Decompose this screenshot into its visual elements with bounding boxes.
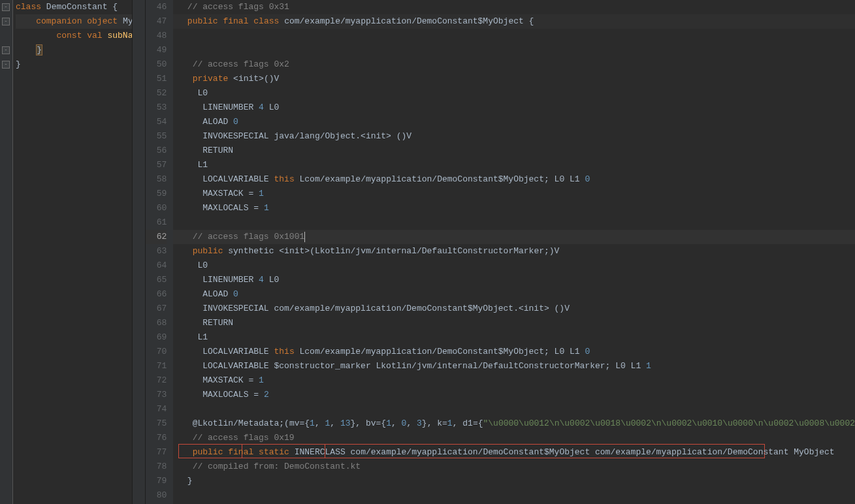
line-number: 68 (146, 316, 167, 330)
line-number: 58 (146, 172, 167, 187)
line-number: 53 (146, 101, 167, 115)
code-line[interactable]: } (16, 43, 132, 57)
left-gutter: ---- (0, 0, 13, 504)
code-line[interactable] (177, 488, 855, 503)
code-line[interactable]: L0 (177, 86, 855, 101)
line-number: 64 (146, 259, 167, 273)
code-line[interactable]: INVOKESPECIAL com/example/myapplication/… (177, 302, 855, 316)
code-line[interactable]: LINENUMBER 4 L0 (177, 273, 855, 287)
code-line[interactable]: RETURN (177, 144, 855, 158)
code-line[interactable] (177, 215, 855, 230)
line-number: 51 (146, 72, 167, 86)
code-line[interactable]: // access flags 0x19 (177, 431, 855, 445)
line-number: 62 (146, 230, 167, 244)
line-number: 54 (146, 115, 167, 129)
fold-icon[interactable]: - (2, 18, 10, 25)
left-editor[interactable]: ---- class DemoConstant { companion obje… (0, 0, 133, 504)
code-line[interactable]: } (177, 474, 855, 488)
line-number: 71 (146, 359, 167, 373)
left-code-area[interactable]: class DemoConstant { companion object My… (13, 0, 132, 72)
code-line[interactable]: // access flags 0x31 (177, 0, 855, 14)
right-editor[interactable]: 4647484950515253545556575859606162636465… (133, 0, 855, 504)
line-number-column: 4647484950515253545556575859606162636465… (146, 0, 173, 504)
right-gutter-margin (133, 0, 146, 504)
code-line[interactable]: MAXSTACK = 1 (177, 373, 855, 388)
code-line[interactable]: public final static INNERCLASS com/examp… (177, 445, 855, 460)
line-number: 78 (146, 460, 167, 474)
code-line[interactable]: L1 (177, 330, 855, 345)
line-number: 56 (146, 144, 167, 158)
code-line[interactable]: MAXSTACK = 1 (177, 187, 855, 201)
text-cursor (304, 232, 305, 242)
line-number: 50 (146, 57, 167, 72)
code-line[interactable]: const val subName = "" (16, 29, 132, 43)
line-number: 67 (146, 302, 167, 316)
line-number: 75 (146, 417, 167, 431)
code-line[interactable]: class DemoConstant { (16, 0, 132, 14)
line-number: 52 (146, 86, 167, 101)
line-number: 69 (146, 330, 167, 345)
line-number: 60 (146, 201, 167, 215)
line-number: 55 (146, 129, 167, 144)
line-number: 63 (146, 244, 167, 259)
right-code-area[interactable]: // access flags 0x31 public final class … (173, 0, 855, 504)
code-line[interactable]: @Lkotlin/Metadata;(mv={1, 1, 13}, bv={1,… (177, 417, 855, 431)
code-line[interactable]: private <init>()V (177, 72, 855, 86)
code-line[interactable] (177, 29, 855, 43)
code-line[interactable]: public final class com/example/myapplica… (177, 14, 855, 29)
code-line[interactable] (177, 402, 855, 417)
code-line[interactable]: // access flags 0x1001 (177, 230, 855, 244)
line-number: 77 (146, 445, 167, 460)
code-line[interactable]: ALOAD 0 (177, 115, 855, 129)
code-line[interactable] (177, 43, 855, 57)
fold-icon[interactable]: - (2, 61, 10, 69)
code-line[interactable]: MAXLOCALS = 1 (177, 201, 855, 215)
line-number: 79 (146, 474, 167, 488)
code-line[interactable]: MAXLOCALS = 2 (177, 388, 855, 402)
code-line[interactable]: ALOAD 0 (177, 287, 855, 302)
line-number: 73 (146, 388, 167, 402)
code-line[interactable]: public synthetic <init>(Lkotlin/jvm/inte… (177, 244, 855, 259)
code-line[interactable]: LOCALVARIABLE this Lcom/example/myapplic… (177, 172, 855, 187)
line-number: 61 (146, 215, 167, 230)
code-line[interactable]: // access flags 0x2 (177, 57, 855, 72)
code-line[interactable]: RETURN (177, 316, 855, 330)
line-number: 48 (146, 29, 167, 43)
line-number: 66 (146, 287, 167, 302)
line-number: 76 (146, 431, 167, 445)
fold-icon[interactable]: - (2, 3, 10, 11)
fold-icon[interactable]: - (2, 46, 10, 54)
line-number: 49 (146, 43, 167, 57)
line-number: 46 (146, 0, 167, 14)
line-number: 70 (146, 345, 167, 359)
code-line[interactable]: } (16, 57, 132, 72)
line-number: 65 (146, 273, 167, 287)
line-number: 74 (146, 402, 167, 417)
code-line[interactable]: companion object MyObject { (16, 14, 132, 29)
line-number: 80 (146, 488, 167, 503)
code-line[interactable]: INVOKESPECIAL java/lang/Object.<init> ()… (177, 129, 855, 144)
code-line[interactable]: LOCALVARIABLE $constructor_marker Lkotli… (177, 359, 855, 373)
code-line[interactable]: L0 (177, 259, 855, 273)
line-number: 47 (146, 14, 167, 29)
line-number: 57 (146, 158, 167, 172)
line-number: 59 (146, 187, 167, 201)
code-line[interactable]: LINENUMBER 4 L0 (177, 101, 855, 115)
code-line[interactable]: // compiled from: DemoConstant.kt (177, 460, 855, 474)
code-line[interactable]: L1 (177, 158, 855, 172)
code-line[interactable]: LOCALVARIABLE this Lcom/example/myapplic… (177, 345, 855, 359)
line-number: 72 (146, 373, 167, 388)
